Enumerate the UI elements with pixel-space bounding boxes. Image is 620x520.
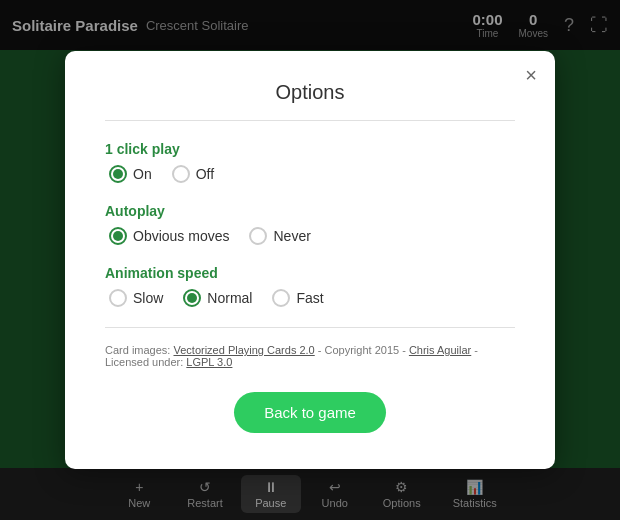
speed-slow-label: Slow <box>133 290 163 306</box>
one-click-play-options: On Off <box>105 165 515 183</box>
one-click-on-label: On <box>133 166 152 182</box>
credits-link-author[interactable]: Chris Aguilar <box>409 344 471 356</box>
speed-normal-label: Normal <box>207 290 252 306</box>
animation-speed-section: Animation speed Slow Normal Fast <box>105 265 515 307</box>
one-click-play-label: 1 click play <box>105 141 515 157</box>
animation-speed-label: Animation speed <box>105 265 515 281</box>
one-click-play-section: 1 click play On Off <box>105 141 515 183</box>
animation-speed-options: Slow Normal Fast <box>105 289 515 307</box>
autoplay-section: Autoplay Obvious moves Never <box>105 203 515 245</box>
close-button[interactable]: × <box>525 65 537 85</box>
autoplay-obvious-label: Obvious moves <box>133 228 229 244</box>
options-modal: × Options 1 click play On Off Autoplay <box>65 51 555 469</box>
speed-normal-radio[interactable] <box>183 289 201 307</box>
credits: Card images: Vectorized Playing Cards 2.… <box>105 327 515 368</box>
autoplay-obvious[interactable]: Obvious moves <box>109 227 229 245</box>
autoplay-label: Autoplay <box>105 203 515 219</box>
speed-slow-radio[interactable] <box>109 289 127 307</box>
credits-link-license[interactable]: LGPL 3.0 <box>186 356 232 368</box>
speed-fast-label: Fast <box>296 290 323 306</box>
one-click-off-label: Off <box>196 166 214 182</box>
autoplay-obvious-radio[interactable] <box>109 227 127 245</box>
speed-slow[interactable]: Slow <box>109 289 163 307</box>
modal-overlay: × Options 1 click play On Off Autoplay <box>0 0 620 520</box>
autoplay-never-radio[interactable] <box>249 227 267 245</box>
autoplay-never-label: Never <box>273 228 310 244</box>
back-to-game-button[interactable]: Back to game <box>234 392 386 433</box>
speed-normal[interactable]: Normal <box>183 289 252 307</box>
speed-fast[interactable]: Fast <box>272 289 323 307</box>
one-click-off[interactable]: Off <box>172 165 214 183</box>
autoplay-options: Obvious moves Never <box>105 227 515 245</box>
autoplay-never[interactable]: Never <box>249 227 310 245</box>
one-click-on-radio[interactable] <box>109 165 127 183</box>
modal-title: Options <box>105 81 515 121</box>
credits-link-cards[interactable]: Vectorized Playing Cards 2.0 <box>173 344 314 356</box>
back-btn-container: Back to game <box>105 392 515 433</box>
one-click-off-radio[interactable] <box>172 165 190 183</box>
speed-fast-radio[interactable] <box>272 289 290 307</box>
one-click-on[interactable]: On <box>109 165 152 183</box>
